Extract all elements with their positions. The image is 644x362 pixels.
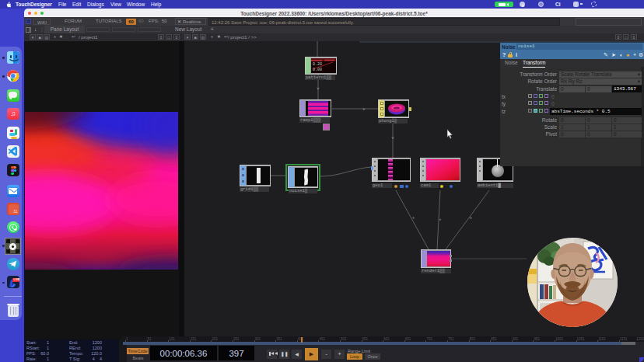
svg-text:0.20: 0.20 <box>313 62 322 67</box>
svg-text:0.00: 0.00 <box>313 68 322 72</box>
